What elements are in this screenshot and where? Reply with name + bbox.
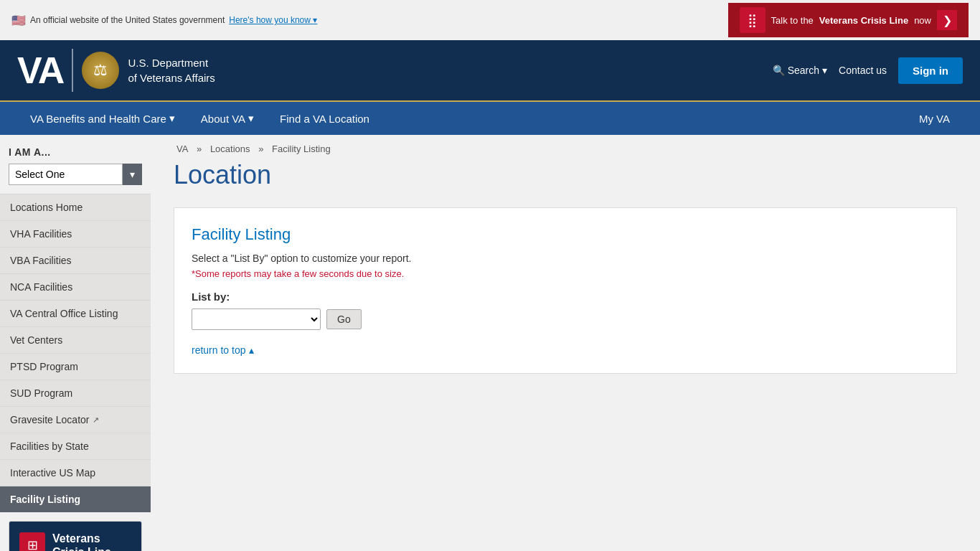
va-logo-text[interactable]: VA [17,52,63,89]
main-nav: VA Benefits and Health Care ▾ About VA ▾… [0,100,980,135]
about-chevron-icon: ▾ [248,112,254,125]
listing-description: Select a "List By" option to customize y… [192,253,939,264]
nav-item-about[interactable]: About VA ▾ [188,102,267,135]
external-link-icon: ↗ [93,415,99,425]
vcl-suffix: now [914,15,931,26]
search-button[interactable]: 🔍 Search ▾ [773,65,827,76]
us-flag-icon: 🇺🇸 [11,14,26,27]
sidebar-link-facility-listing[interactable]: Facility Listing [0,486,151,512]
dept-seal-icon: ⚖ [82,52,119,89]
sidebar-link-sud-program[interactable]: SUD Program [0,380,151,406]
sidebar-item-central-office: VA Central Office Listing [0,300,151,326]
benefits-chevron-icon: ▾ [169,112,175,125]
gov-banner-left: 🇺🇸 An official website of the United Sta… [11,14,317,27]
i-am-a-label: I AM A... [0,135,151,164]
logo-divider [72,49,73,92]
vcl-sidebar-box[interactable]: ⊞ Veterans Crisis Line ☎ DIAL 988 then P… [9,521,142,551]
header-logo: VA ⚖ U.S. Department of Veterans Affairs [17,49,215,92]
search-icon: 🔍 [773,65,785,76]
sidebar-link-gravesite-locator[interactable]: Gravesite Locator ↗ [0,407,151,433]
sidebar-item-sud-program: SUD Program [0,380,151,406]
listing-note: *Some reports may take a few seconds due… [192,268,939,279]
sidebar-link-vha-facilities[interactable]: VHA Facilities [0,221,151,247]
sidebar-item-vba-facilities: VBA Facilities [0,247,151,273]
nav-item-find-location[interactable]: Find a VA Location [267,103,382,135]
sidebar-item-locations-home: Locations Home [0,194,151,220]
vcl-arrow-icon[interactable]: ❯ [937,10,957,30]
sidebar: I AM A... Select One ▾ Locations Home VH… [0,135,151,551]
header-actions: 🔍 Search ▾ Contact us Sign in [773,57,963,84]
go-button[interactable]: Go [326,309,362,329]
gov-banner: 🇺🇸 An official website of the United Sta… [0,0,980,40]
search-chevron-icon: ▾ [822,65,827,76]
role-select[interactable]: Select One [9,164,123,185]
nav-item-benefits[interactable]: VA Benefits and Health Care ▾ [17,102,188,135]
vcl-brand: Veterans Crisis Line [819,15,908,26]
breadcrumb-va[interactable]: VA [174,143,194,154]
sidebar-link-interactive-map[interactable]: Interactive US Map [0,460,151,486]
sidebar-item-vha-facilities: VHA Facilities [0,220,151,247]
breadcrumb-locations[interactable]: Locations [207,143,255,154]
breadcrumb-current: Facility Listing [272,143,331,154]
site-header: VA ⚖ U.S. Department of Veterans Affairs… [0,40,980,100]
nav-my-va[interactable]: My VA [906,103,963,135]
list-by-row: State Facility Type VISN Go [192,309,939,330]
vcl-prefix: Talk to the [771,15,814,26]
signin-button[interactable]: Sign in [898,57,963,84]
sidebar-link-central-office[interactable]: VA Central Office Listing [0,301,151,326]
dept-name: U.S. Department of Veterans Affairs [128,55,215,85]
vcl-sidebar-badge-icon: ⊞ [19,532,45,551]
contact-link[interactable]: Contact us [839,65,887,76]
sidebar-link-locations-home[interactable]: Locations Home [0,194,151,220]
sidebar-link-nca-facilities[interactable]: NCA Facilities [0,274,151,300]
official-text: An official website of the United States… [30,15,225,25]
sidebar-nav-list: Locations Home VHA Facilities VBA Facili… [0,194,151,512]
sidebar-item-interactive-map: Interactive US Map [0,459,151,486]
sidebar-item-ptsd-program: PTSD Program [0,353,151,380]
role-select-arrow[interactable]: ▾ [123,164,142,185]
sidebar-item-facilities-by-state: Facilities by State [0,433,151,459]
sidebar-item-nca-facilities: NCA Facilities [0,273,151,300]
vcl-inner: ⊞ Veterans Crisis Line [9,522,141,551]
page-title: Location [174,160,957,196]
content-card: Facility Listing Select a "List By" opti… [174,207,957,374]
vcl-sidebar-text: Veterans Crisis Line [52,532,111,551]
role-select-wrapper: Select One ▾ [0,164,151,194]
breadcrumb: VA » Locations » Facility Listing [174,135,957,160]
how-you-know-link[interactable]: Here's how you know ▾ [229,15,317,25]
main-container: I AM A... Select One ▾ Locations Home VH… [0,135,980,551]
return-to-top-link[interactable]: return to top ▴ [192,344,939,356]
sidebar-link-vba-facilities[interactable]: VBA Facilities [0,248,151,273]
list-by-select[interactable]: State Facility Type VISN [192,309,321,330]
return-top-arrow-icon: ▴ [249,344,254,356]
vcl-dots-icon: ⣿ [740,7,765,33]
sidebar-item-vet-centers: Vet Centers [0,326,151,353]
sidebar-item-facility-listing: Facility Listing [0,486,151,512]
main-content: VA » Locations » Facility Listing Locati… [151,135,980,551]
sidebar-link-ptsd-program[interactable]: PTSD Program [0,354,151,380]
sidebar-link-vet-centers[interactable]: Vet Centers [0,327,151,353]
facility-listing-heading: Facility Listing [192,225,939,244]
list-by-label: List by: [192,291,939,303]
vcl-header-banner[interactable]: ⣿ Talk to the Veterans Crisis Line now ❯ [728,3,969,37]
sidebar-item-gravesite-locator: Gravesite Locator ↗ [0,406,151,433]
sidebar-link-facilities-by-state[interactable]: Facilities by State [0,433,151,459]
